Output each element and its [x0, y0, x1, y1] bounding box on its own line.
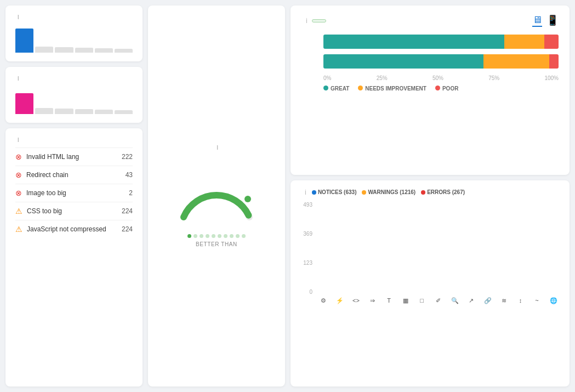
cat-icon: □ [414, 297, 429, 304]
legend-poor: POOR [435, 86, 458, 92]
spark-bar [115, 49, 133, 53]
cat-icon: ⚡ [332, 297, 347, 304]
issue-row: ⚠ CSS too big 224 [15, 202, 133, 220]
cls-row [301, 54, 559, 69]
dot [224, 234, 227, 238]
cat-icon: ↕ [513, 297, 528, 304]
distribution-widget: i NOTICES (633) WARNINGS (1216) ERRORS (… [291, 180, 570, 387]
svg-point-0 [244, 196, 251, 202]
top-issues-widget: i ⊗ Invalid HTML lang 222 ⊗ Redirect cha… [5, 128, 143, 387]
gauge-svg [173, 160, 260, 225]
cat-icon: ✐ [431, 297, 446, 304]
issue-name: CSS too big [27, 207, 62, 215]
issue-name: Redirect chain [26, 171, 69, 179]
legend-great: GREAT [323, 86, 349, 92]
issue-count: 224 [122, 207, 133, 215]
dot [212, 234, 215, 238]
issue-count: 222 [122, 153, 133, 161]
cls-needs-segment [483, 54, 549, 69]
lcp-great-segment [323, 35, 504, 49]
urls-found-info-icon[interactable]: i [18, 76, 20, 82]
issue-left: ⚠ JavaScript not compressed [15, 225, 106, 234]
desktop-icon[interactable]: 🖥 [532, 14, 542, 27]
dot [236, 234, 240, 238]
cwv-info-icon[interactable]: i [306, 16, 308, 25]
dist-info-icon[interactable]: i [305, 188, 306, 196]
lcp-row [301, 35, 559, 49]
spark-bar [75, 48, 93, 53]
error-circle-icon: ⊗ [15, 152, 22, 161]
dot [242, 234, 246, 238]
spark-bar [35, 108, 53, 114]
lcp-poor-segment [544, 35, 559, 49]
dot [200, 234, 203, 238]
cwv-top-row: i 🖥 📱 [301, 14, 559, 27]
lcp-needs-segment [504, 35, 544, 49]
cwv-great-badge [312, 19, 326, 22]
cat-icon: ⇒ [365, 297, 380, 304]
dot-active [187, 234, 191, 238]
dot [193, 234, 197, 238]
issue-name: Invalid HTML lang [26, 153, 79, 161]
error-circle-icon: ⊗ [15, 171, 22, 179]
dot [230, 234, 234, 238]
mobile-icon[interactable]: 📱 [546, 14, 559, 27]
issue-count: 224 [122, 225, 133, 233]
issues-label-wrap: i [15, 137, 20, 143]
issue-row: ⊗ Image too big 2 [15, 184, 133, 202]
issue-left: ⚠ CSS too big [15, 207, 62, 215]
y-axis: 493 369 123 0 [299, 202, 316, 295]
issue-name: JavaScript not compressed [27, 225, 106, 233]
cwv-left: i [301, 16, 326, 25]
issue-row: ⊗ Invalid HTML lang 222 [15, 147, 133, 166]
warning-triangle-icon: ⚠ [15, 207, 22, 215]
issue-left: ⊗ Image too big [15, 189, 66, 197]
device-toggle: 🖥 📱 [532, 14, 559, 27]
progress-dots [187, 234, 246, 238]
health-info-icon[interactable]: i [217, 145, 219, 151]
issue-count: 2 [129, 189, 133, 197]
pages-crawled-header: i [15, 14, 133, 20]
gauge-container [173, 160, 260, 225]
category-icons-row: ⚙ ⚡ <> ⇒ T ▦ □ ✐ 🔍 ↗ 🔗 ≋ ↕ ~ 🌐 [316, 297, 561, 304]
legend-warnings: WARNINGS (1216) [362, 189, 415, 195]
spark-bar [95, 48, 113, 53]
main-dashboard: i i [0, 0, 575, 392]
issue-left: ⊗ Invalid HTML lang [15, 152, 79, 161]
issues-list: ⊗ Invalid HTML lang 222 ⊗ Redirect chain… [15, 147, 133, 238]
errors-dot [421, 190, 425, 195]
issue-row: ⊗ Redirect chain 43 [15, 166, 133, 184]
center-column: i [148, 5, 285, 387]
pages-crawled-widget: i [5, 5, 143, 61]
bars-container [316, 202, 561, 295]
lcp-bar [323, 35, 559, 49]
spark-bar [15, 93, 33, 115]
dist-header-row: i NOTICES (633) WARNINGS (1216) ERRORS (… [299, 188, 561, 196]
warnings-dot [362, 190, 366, 195]
legend-needs-improvement: NEEDS IMPROVEMENT [358, 86, 426, 92]
spark-bar [55, 109, 73, 114]
urls-found-widget: i [5, 67, 143, 123]
issues-info-icon[interactable]: i [18, 137, 20, 143]
spark-bar [35, 47, 53, 53]
cls-poor-segment [549, 54, 559, 69]
pages-crawled-info-icon[interactable]: i [18, 14, 20, 20]
cat-icon: ⚙ [316, 297, 331, 304]
spark-bar [55, 47, 73, 53]
cat-icon: <> [349, 297, 363, 304]
cwv-widget: i 🖥 📱 [291, 5, 570, 175]
cat-icon: ≋ [497, 297, 511, 304]
better-than-text: BETTER THAN [196, 241, 237, 247]
cat-icon: 🔍 [447, 297, 462, 304]
legend-notices: NOTICES (633) [312, 189, 357, 195]
issue-count: 43 [126, 171, 133, 179]
spark-bar [15, 29, 33, 53]
error-circle-icon: ⊗ [15, 189, 22, 197]
dot [206, 234, 209, 238]
dot [218, 234, 221, 238]
health-score-widget: i [148, 5, 285, 387]
left-column: i i [5, 5, 143, 387]
vitals-legend: GREAT NEEDS IMPROVEMENT POOR [301, 86, 559, 92]
legend-errors: ERRORS (267) [421, 189, 465, 195]
spark-bar [95, 110, 113, 114]
